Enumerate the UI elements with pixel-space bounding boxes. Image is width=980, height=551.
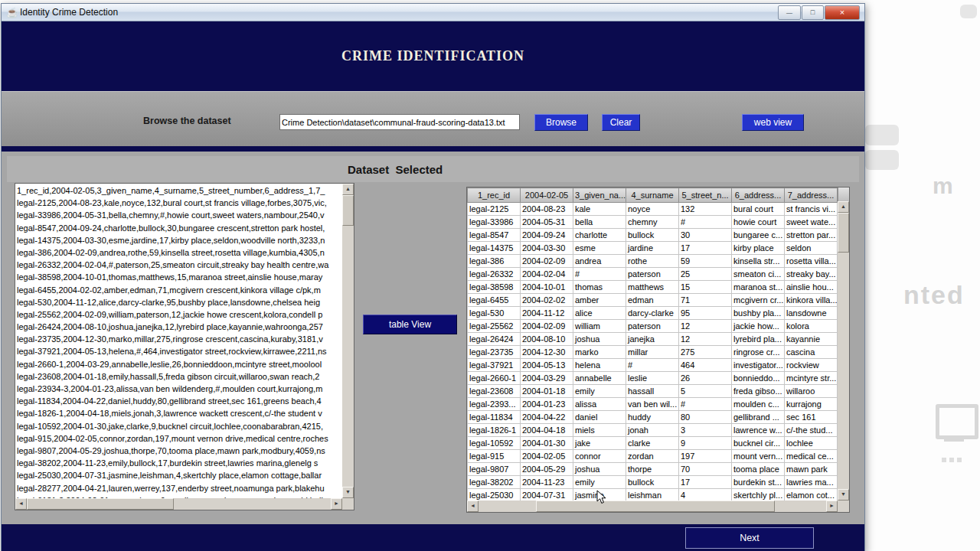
scroll-right-icon[interactable]: ► [331,498,342,510]
watermark-shape [865,125,899,145]
table-vertical-scrollbar[interactable]: ▲ ▼ [838,201,849,500]
maximize-button[interactable]: □ [802,5,824,20]
table-row[interactable]: legal-21252004-08-23kalenoyce132bural co… [468,203,838,216]
table-cell: amber [573,294,626,307]
table-cell: 2004-10-01 [521,281,573,294]
table-row[interactable]: legal-143752004-03-30esmejardine17kirby … [468,242,838,255]
dataset-path-input[interactable] [279,114,520,130]
table-cell: legal-26424 [468,333,521,346]
window-titlebar[interactable]: ☕ Identity Crime Detection — □ × [2,4,864,21]
table-row[interactable]: legal-118342004-04-22danielhuddy80gellib… [468,411,838,424]
browse-toolbar: Browse the dataset Browse Clear web view [2,91,864,147]
table-cell: thomas [573,281,626,294]
vertical-scroll-thumb[interactable] [342,195,354,226]
table-cell: jardine [626,242,679,255]
scroll-up-icon[interactable]: ▲ [342,184,354,195]
table-cell: 71 [679,294,732,307]
table-row[interactable]: legal-105922004-01-30jakeclarke9bucknel … [468,437,838,450]
table-cell: paterson [626,320,679,333]
table-cell: bonnieddo... [732,372,785,385]
scroll-up-icon[interactable]: ▲ [838,201,849,213]
table-column-header[interactable]: 4_surname [626,188,679,203]
vertical-scroll-thumb[interactable] [838,213,849,253]
raw-line: legal-9807,2004-05-29,joshua,thorpe,70,t… [17,445,342,457]
table-cell: leishman [626,489,679,501]
scroll-down-icon[interactable]: ▼ [342,487,354,498]
table-row[interactable]: legal-236082004-01-18emilyhassall5freda … [468,385,838,398]
table-cell: ringrose cr... [732,346,785,359]
table-row[interactable]: legal-98072004-05-29joshuathorpe70tooma … [468,463,838,476]
table-row[interactable]: legal-2393...2004-01-23alissavan ben wil… [468,398,838,411]
table-row[interactable]: legal-3862004-02-09andrearothe59kinsella… [468,255,838,268]
table-row[interactable]: legal-379212004-05-13helena#464investiga… [468,359,838,372]
close-button[interactable]: × [825,5,860,20]
table-cell: kinkora villa... [785,294,838,307]
next-button[interactable]: Next [685,527,814,549]
table-column-header[interactable]: 5_street_n... [679,188,732,203]
table-cell: legal-530 [468,307,521,320]
app-window: ☕ Identity Crime Detection — □ × CRIME I… [1,3,865,551]
table-column-header[interactable]: 1_rec_id [468,188,521,203]
scroll-left-icon[interactable]: ◄ [467,500,479,512]
table-column-header[interactable]: 2004-02-05 [521,188,573,203]
table-cell: 2004-07-31 [521,489,573,501]
table-cell: rockview [785,359,838,372]
clear-button[interactable]: Clear [602,114,640,131]
table-cell: bucknel cir... [732,437,785,450]
table-row[interactable]: legal-5302004-11-12alicedarcy-clarke95bu… [468,307,838,320]
table-row[interactable]: legal-263322004-02-04#paterson25smeaton … [468,268,838,281]
scroll-down-icon[interactable]: ▼ [838,489,849,500]
scroll-right-icon[interactable]: ► [826,500,838,512]
table-view-button[interactable]: table View [363,315,457,334]
table-row[interactable]: legal-250302004-07-31jasmineleishman4ske… [468,489,838,501]
table-cell: bella [573,216,626,229]
table-cell: marko [573,346,626,359]
table-cell: cascina [785,346,838,359]
table-row[interactable]: legal-339862004-05-31bellachemny#howie c… [468,216,838,229]
raw-horizontal-scrollbar[interactable]: ◄ ► [15,498,342,510]
minimize-button[interactable]: — [778,5,801,20]
table-cell: moulden c... [732,398,785,411]
table-row[interactable]: legal-9152004-02-05connorzordan197mount … [468,450,838,463]
watermark-shape [865,150,899,170]
table-cell: sweet wate... [785,216,838,229]
table-cell: kurrajong [785,398,838,411]
table-cell: willaroo [785,385,838,398]
table-cell: 2004-05-31 [521,216,573,229]
table-cell: matthews [626,281,679,294]
table-cell: 2004-11-23 [521,476,573,489]
browse-button[interactable]: Browse [534,114,588,131]
watermark-monitor-stand [944,438,964,442]
table-cell: 70 [679,463,732,476]
table-column-header[interactable]: 3_given_na... [573,188,626,203]
table-cell: 464 [679,359,732,372]
table-cell: legal-915 [468,450,521,463]
raw-vertical-scrollbar[interactable]: ▲ ▼ [342,184,354,498]
table-row[interactable]: legal-382022004-11-23emilybullock17burde… [468,476,838,489]
table-cell: lochlee [785,437,838,450]
table-row[interactable]: legal-1826-12004-04-18mielsjonah3lawrenc… [468,424,838,437]
table-cell: mcintyre str... [785,372,838,385]
table-row[interactable]: legal-264242004-08-10joshuajanejka12lyre… [468,333,838,346]
table-cell: rosetta villa... [785,255,838,268]
table-horizontal-scrollbar[interactable]: ◄ ► [467,500,838,512]
raw-dataset-panel[interactable]: 1_rec_id,2004-02-05,3_given_name,4_surna… [15,183,354,510]
web-view-button[interactable]: web view [742,114,804,131]
dataset-table-panel[interactable]: 1_rec_id2004-02-053_given_na...4_surname… [466,187,850,513]
scroll-left-icon[interactable]: ◄ [15,498,27,510]
horizontal-scroll-thumb[interactable] [536,500,775,512]
table-cell: 12 [679,333,732,346]
table-cell: paterson [626,268,679,281]
table-row[interactable]: legal-237352004-12-30markomillar275ringr… [468,346,838,359]
table-column-header[interactable]: 6_address... [732,188,785,203]
table-row[interactable]: legal-64552004-02-02amberedman71mcgivern… [468,294,838,307]
table-row[interactable]: legal-2660-12004-03-29annabelleleslie26b… [468,372,838,385]
table-cell: legal-2393... [468,398,521,411]
table-row[interactable]: legal-255622004-02-09williampaterson12ja… [468,320,838,333]
raw-line: legal-23608,2004-01-18,emily,hassall,5,f… [17,370,342,383]
horizontal-scroll-thumb[interactable] [27,498,174,510]
table-cell: millar [626,346,679,359]
table-row[interactable]: legal-385982004-10-01thomasmatthews15mar… [468,281,838,294]
table-column-header[interactable]: 7_address... [785,188,838,203]
table-row[interactable]: legal-85472004-09-24charlottebullock30bu… [468,229,838,242]
